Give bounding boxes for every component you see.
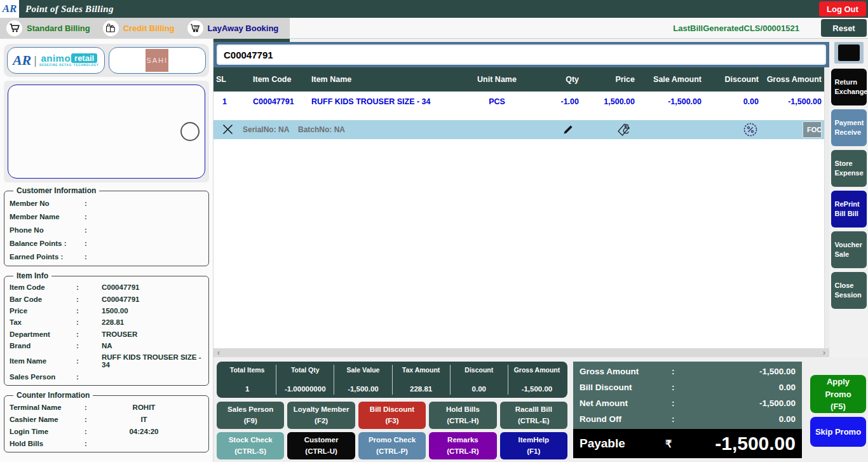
counter-information-legend: Counter Information [13, 391, 93, 400]
cell-price: 1,500.00 [583, 97, 639, 106]
cart-icon [6, 20, 22, 36]
cell-gross-amount: -1,500.00 [763, 97, 824, 106]
skip-promo-button[interactable]: Skip Promo [810, 417, 866, 447]
summary-discount: Discount 0.00 [451, 365, 508, 395]
items-table-header: SL Item Code Item Name Unit Name Qty Pri… [214, 67, 824, 92]
serial-no-text: SerialNo: NA [243, 125, 289, 134]
info-row-department: Department : TROUSER [10, 329, 203, 340]
sahi-logo: SAHI [146, 49, 168, 72]
customer-information-legend: Customer Information [13, 186, 99, 195]
logout-button[interactable]: Log Out [819, 1, 866, 17]
item-info-panel: Item Info Item Code : C00047791 Bar Code… [4, 271, 209, 386]
customer-button[interactable]: Customer (CTRL-U) [287, 432, 355, 459]
sahi-logo-box: SAHI [109, 47, 207, 74]
recall-bill-button[interactable]: Racalll Bill (CTRL-E) [500, 402, 567, 429]
store-expense-button[interactable]: Store Expense [831, 150, 867, 187]
reprint-bill-button[interactable]: RePrint Bill Bill [831, 191, 867, 228]
col-header-item-name: Item Name [294, 75, 462, 84]
edit-pencil-icon[interactable] [563, 125, 573, 137]
summary-total-items: Total Items 1 [219, 365, 276, 395]
virtual-keyboard-button[interactable] [834, 42, 864, 64]
function-button-grid: Sales Person (F9) Loyalty Member (F2) Bi… [217, 402, 567, 459]
logo-divider: | [34, 54, 37, 67]
sales-person-button[interactable]: Sales Person (F9) [217, 402, 284, 429]
info-row-item-name: Item Name : RUFF KIDS TROUSER SIZE - 34 [10, 351, 203, 370]
table-row[interactable]: 1 C00047791 RUFF KIDS TROUSER SIZE - 34 … [214, 92, 824, 112]
info-row-member-name: Member Name : [10, 210, 203, 223]
info-row-bar-code: Bar Code : C00047791 [10, 293, 203, 304]
info-row-earned-points: Earned Points : : [10, 250, 203, 263]
tab-layaway-booking[interactable]: LayAway Booking [181, 18, 285, 39]
info-row-terminal-name: Terminal Name : ROHIT [10, 401, 203, 413]
item-search-input[interactable] [217, 44, 826, 65]
apply-promo-button[interactable]: Apply Promo (F5) [810, 375, 866, 413]
info-row-cashier-name: Cashier Name : IT [10, 413, 203, 425]
summary-total-qty: Total Qty -1.00000000 [276, 365, 334, 395]
left-panel: AR | animo retail REDEFINE RETAIL TECHNO… [0, 39, 214, 462]
last-bill-generated-text: LastBillGeneratedCLS/00001521 [673, 24, 799, 33]
counter-information-panel: Counter Information Terminal Name : ROHI… [4, 391, 209, 452]
cell-qty: -1.00 [532, 97, 583, 106]
customer-display-screen [8, 85, 205, 179]
discount-percent-icon[interactable] [742, 121, 759, 140]
info-row-hold-bills: Hold Bills : [10, 437, 203, 449]
animo-tagline: REDEFINE RETAIL TECHNOLOGY [39, 64, 99, 67]
totals-net-amount: Net Amount : -1,500.00 [573, 395, 802, 411]
vertical-scrollbar[interactable] [824, 67, 829, 348]
info-row-balance-points: Balance Points : : [10, 236, 203, 250]
info-row-price: Price : 1500.00 [10, 305, 203, 316]
row-detail-strip: SerialNo: NA BatchNo: NA FOC [214, 120, 824, 139]
horizontal-scrollbar[interactable]: ‹ › [214, 348, 829, 357]
col-header-unit-name: Unit Name [462, 75, 532, 84]
return-exchange-button[interactable]: Return Exchange [831, 69, 867, 105]
summary-tax-amount: Tax Amount 228.81 [393, 365, 451, 395]
info-row-sales-person: Sales Person : [10, 371, 203, 383]
close-session-button[interactable]: Close Session [831, 272, 867, 309]
cell-item-name: RUFF KIDS TROUSER SIZE - 34 [294, 97, 462, 106]
col-header-price: Price [583, 75, 639, 84]
batch-no-text: BatchNo: NA [298, 125, 345, 134]
scroll-right-arrow-icon[interactable]: › [823, 348, 825, 357]
totals-rows: Gross Amount : -1,500.00 Bill Discount :… [573, 362, 802, 429]
scroll-left-arrow-icon[interactable]: ‹ [217, 348, 220, 357]
retail-word: retail [71, 53, 97, 63]
info-row-member-no: Member No : [10, 196, 203, 210]
shopping-bags-icon [103, 20, 119, 36]
animo-retail-logo: AR | animo retail REDEFINE RETAIL TECHNO… [7, 47, 105, 74]
promo-check-button[interactable]: Promo Check (CTRL-P) [358, 432, 426, 459]
tab-label: Credit Billing [123, 24, 175, 33]
reset-button[interactable]: Reset [821, 19, 867, 37]
loyalty-member-button[interactable]: Loyalty Member (F2) [287, 402, 355, 429]
summary-gross-amount: Gross Amount -1,500.00 [508, 365, 566, 395]
app-logo-icon: AR [0, 0, 19, 18]
hold-bills-button[interactable]: Hold Bills (CTRL-H) [429, 402, 496, 429]
customer-display-card [4, 81, 209, 182]
col-header-discount: Discount [705, 75, 763, 84]
cell-item-code: C00047791 [230, 97, 294, 106]
voucher-sale-button[interactable]: Voucher Sale [831, 231, 867, 268]
col-header-sl: SL [214, 75, 230, 84]
tab-label: LayAway Booking [208, 24, 279, 33]
info-row-phone-no: Phone No : [10, 223, 203, 236]
info-row-brand: Brand : NA [10, 340, 203, 351]
item-search-band [214, 42, 829, 67]
item-help-button[interactable]: ItemHelp (F1) [500, 432, 567, 459]
info-row-item-code: Item Code : C00047791 [10, 282, 203, 293]
tab-standard-billing[interactable]: Standard Billing [0, 18, 97, 39]
rupee-symbol: ₹ [665, 438, 703, 450]
info-row-login-time: Login Time : 04:24:20 [10, 425, 203, 437]
bill-discount-button[interactable]: Bill Discount (F3) [358, 402, 426, 429]
title-bar: AR Point of Sales Billing Log Out [0, 0, 868, 18]
price-tag-sync-icon[interactable] [616, 121, 632, 140]
remarks-button[interactable]: Remarks (CTRL-R) [429, 432, 496, 459]
bill-totals-panel: Gross Amount : -1,500.00 Bill Discount :… [573, 362, 802, 458]
tab-credit-billing[interactable]: Credit Billing [97, 18, 181, 39]
cell-sl: 1 [214, 97, 230, 106]
foc-button[interactable]: FOC [803, 121, 822, 138]
remove-item-icon[interactable] [222, 124, 233, 137]
col-header-qty: Qty [532, 75, 583, 84]
bottom-section: Total Items 1 Total Qty -1.00000000 Sale… [214, 357, 868, 462]
payment-receive-button[interactable]: Payment Receive [831, 109, 867, 146]
stock-check-button[interactable]: Stock Check (CTRL-S) [217, 432, 284, 459]
layaway-cart-icon [187, 20, 203, 36]
